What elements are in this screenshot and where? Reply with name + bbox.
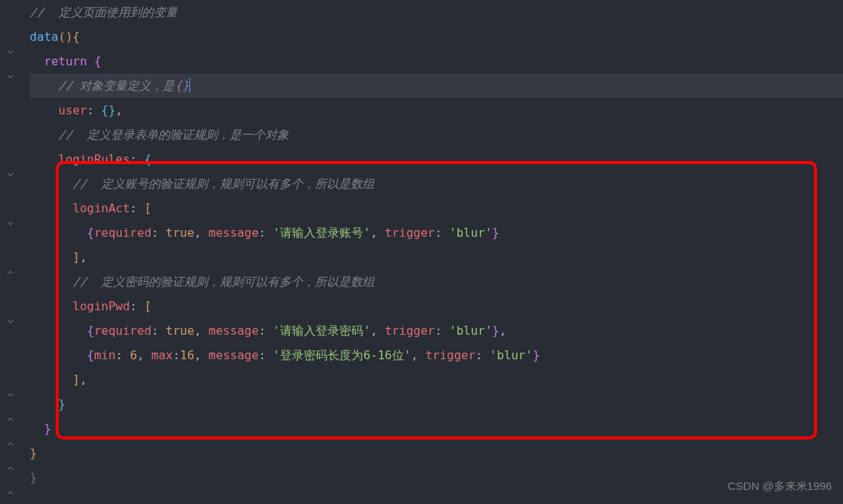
fold-icon[interactable]: [4, 462, 16, 474]
code-line: {required: true, message: '请输入登录账号', tri…: [30, 220, 843, 245]
punct: ,: [79, 373, 87, 387]
property: user: [59, 103, 88, 117]
string: 'blur': [449, 324, 492, 338]
comment: // 定义账号的验证规则，规则可以有多个，所以是数组: [73, 177, 375, 191]
brace: {: [87, 324, 94, 338]
brace: }: [59, 397, 66, 411]
code-line: user: {},: [30, 98, 843, 122]
brace: }: [492, 226, 500, 240]
brace: {: [87, 348, 94, 362]
property: loginAct: [73, 201, 130, 215]
code-line: loginAct: [: [30, 196, 843, 220]
punct: ,: [411, 348, 425, 362]
code-line: // 定义登录表单的验证规则，是一个对象: [30, 122, 843, 147]
property: loginRules: [59, 152, 130, 166]
punct: :: [435, 324, 449, 338]
brace: {: [87, 226, 94, 240]
string: '登录密码长度为6-16位': [273, 348, 411, 362]
code-editor[interactable]: // 定义页面使用到的变量 data(){ return { // 对象变量定义…: [22, 0, 843, 490]
string: 'blur': [449, 226, 492, 240]
punct: :: [87, 103, 101, 117]
property: max: [152, 348, 173, 362]
code-line: // 对象变量定义，是{}: [30, 73, 843, 98]
punct: ,: [195, 226, 209, 240]
punct: :: [435, 226, 449, 240]
string: 'blur': [489, 348, 533, 362]
code-line: return {: [30, 49, 843, 73]
number: 6: [130, 348, 137, 362]
number: 16: [180, 348, 194, 362]
code-line: // 定义密码的验证规则，规则可以有多个，所以是数组: [30, 269, 843, 294]
boolean: true: [166, 226, 195, 240]
paren: (): [59, 30, 73, 44]
punct: :: [152, 324, 166, 338]
code-line: {min: 6, max:16, message: '登录密码长度为6-16位'…: [30, 343, 843, 367]
fold-icon[interactable]: [4, 217, 16, 229]
punct: ,: [195, 324, 209, 338]
property: loginPwd: [73, 299, 130, 313]
brace: {: [144, 152, 152, 166]
fold-icon[interactable]: [4, 438, 16, 450]
punct: :: [258, 226, 273, 240]
code-line: loginPwd: [: [30, 294, 843, 318]
bracket: [: [144, 299, 152, 313]
punct: :: [130, 152, 144, 166]
fold-icon[interactable]: [4, 266, 16, 278]
code-line: // 定义账号的验证规则，规则可以有多个，所以是数组: [30, 171, 843, 196]
comment: // 对象变量定义，是{}: [59, 79, 189, 93]
punct: :: [173, 348, 180, 362]
property: message: [209, 226, 258, 240]
fold-icon[interactable]: [4, 71, 16, 82]
property: min: [94, 348, 116, 362]
fold-icon[interactable]: [4, 389, 16, 401]
property: trigger: [426, 348, 475, 362]
punct: :: [475, 348, 489, 362]
fold-icon[interactable]: [4, 487, 16, 499]
code-line: }: [30, 465, 843, 490]
code-line: }: [30, 441, 843, 465]
fold-icon[interactable]: [4, 168, 16, 180]
bracket: ]: [73, 250, 80, 264]
bracket: [: [144, 201, 152, 215]
code-line: ],: [30, 367, 843, 392]
brace: }: [492, 324, 500, 338]
punct: :: [116, 348, 130, 362]
brace: }: [533, 348, 540, 362]
string: '请输入登录密码': [273, 324, 371, 338]
punct: ,: [79, 250, 87, 264]
punct: :: [152, 226, 166, 240]
code-line: data(){: [30, 24, 843, 49]
property: message: [209, 324, 258, 338]
boolean: true: [166, 324, 195, 338]
property: trigger: [385, 324, 434, 338]
fold-icon[interactable]: [4, 46, 16, 58]
code-line: ],: [30, 245, 843, 269]
comment: // 定义密码的验证规则，规则可以有多个，所以是数组: [73, 275, 375, 289]
punct: :: [130, 201, 144, 215]
brace: }: [44, 422, 51, 436]
property: trigger: [385, 226, 434, 240]
fold-icon[interactable]: [4, 315, 16, 327]
code-line: // 定义页面使用到的变量: [30, 0, 843, 24]
comment: // 定义页面使用到的变量: [30, 5, 178, 19]
punct: ,: [371, 324, 385, 338]
brace: }: [30, 471, 37, 485]
fold-icon[interactable]: [4, 413, 16, 425]
keyword-return: return: [44, 54, 87, 68]
editor-gutter: [0, 0, 22, 504]
code-line: {required: true, message: '请输入登录密码', tri…: [30, 318, 843, 343]
brace: {}: [101, 103, 115, 117]
code-line: }: [30, 392, 843, 416]
property: required: [94, 226, 152, 240]
watermark: CSDN @多来米1996: [728, 474, 832, 498]
code-line: }: [30, 416, 843, 441]
code-line: loginRules: {: [30, 147, 843, 171]
brace: {: [73, 30, 80, 44]
function-name: data: [30, 30, 59, 44]
brace: }: [30, 446, 37, 460]
punct: ,: [137, 348, 152, 362]
punct: :: [258, 324, 273, 338]
bracket: ]: [73, 373, 80, 387]
string: '请输入登录账号': [273, 226, 371, 240]
punct: ,: [499, 324, 507, 338]
